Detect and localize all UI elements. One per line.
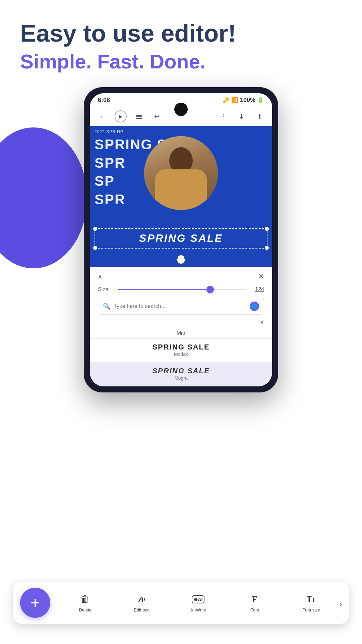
current-font-label: Mitr bbox=[90, 327, 272, 338]
rotate-line bbox=[181, 245, 181, 255]
person-image bbox=[144, 136, 218, 210]
font-panel: ∧ ✕ Size 124 🔍 🌐 bbox=[90, 267, 272, 386]
font-dropdown[interactable]: ∨ bbox=[90, 318, 272, 327]
wifi-icon: 📶 bbox=[231, 97, 238, 103]
panel-toggle-row: ∧ ✕ bbox=[90, 267, 272, 286]
font-name-mogra: Mogra bbox=[98, 375, 264, 381]
svg-rect-2 bbox=[136, 118, 142, 119]
bottom-tools-row: 🗑 Delete AI Edit text ⊕AI AI-Write F Fon… bbox=[57, 592, 342, 614]
undo-button[interactable]: ↩ bbox=[151, 110, 163, 122]
phone-wrapper: 6:08 🔑 📶 100% 🔋 ← ▶ bbox=[34, 87, 328, 392]
fab-plus-icon: + bbox=[31, 595, 40, 611]
corner-handle-bl[interactable] bbox=[93, 246, 97, 250]
font-list: SPRING SALE Modak SPRING SALE Mogra bbox=[90, 338, 272, 386]
ai-write-icon: ⊕AI bbox=[192, 593, 204, 605]
main-subtitle: Simple. Fast. Done. bbox=[20, 50, 236, 73]
rotate-icon[interactable] bbox=[176, 255, 186, 265]
font-item-mogra[interactable]: SPRING SALE Mogra bbox=[90, 363, 272, 386]
tool-edit-text[interactable]: AI Edit text bbox=[114, 592, 170, 614]
bottom-action-bar: + 🗑 Delete AI Edit text ⊕AI AI-Write F F… bbox=[13, 582, 349, 624]
bottom-bar-inner: + 🗑 Delete AI Edit text ⊕AI AI-Write F F… bbox=[13, 582, 349, 624]
font-preview-mogra: SPRING SALE bbox=[98, 367, 264, 375]
font-search-input[interactable] bbox=[114, 303, 246, 309]
slider-thumb[interactable] bbox=[206, 286, 214, 293]
tool-font[interactable]: F Font bbox=[227, 592, 283, 614]
year-label: 2022 SPRING bbox=[95, 129, 267, 134]
back-button[interactable]: ← bbox=[97, 110, 109, 122]
more-tools-arrow[interactable]: › bbox=[340, 600, 342, 609]
svg-rect-0 bbox=[136, 115, 142, 116]
tool-ai-write[interactable]: ⊕AI AI-Write bbox=[170, 592, 227, 614]
font-search-row: 🔍 🌐 bbox=[98, 298, 264, 315]
phone-screen: 6:08 🔑 📶 100% 🔋 ← ▶ bbox=[90, 93, 272, 386]
panel-close-button[interactable]: ✕ bbox=[258, 272, 264, 281]
size-label: Size bbox=[98, 286, 113, 292]
size-slider-row: Size 124 bbox=[90, 286, 272, 298]
tool-delete[interactable]: 🗑 Delete bbox=[57, 592, 114, 614]
size-value: 124 bbox=[251, 286, 264, 292]
tool-font-size[interactable]: T↕ Font size bbox=[283, 592, 340, 614]
slider-fill bbox=[118, 289, 210, 290]
layers-button[interactable] bbox=[133, 110, 145, 122]
selected-text-box[interactable]: SPRING SALE bbox=[95, 228, 267, 249]
font-item-modak[interactable]: SPRING SALE Modak bbox=[90, 339, 272, 363]
font-preview-modak: SPRING SALE bbox=[98, 343, 264, 352]
font-size-icon: T↕ bbox=[307, 593, 316, 605]
chevron-down-icon: ∨ bbox=[260, 318, 264, 325]
font-name-modak: Modak bbox=[98, 352, 264, 357]
download-button[interactable]: ⬇ bbox=[235, 110, 247, 122]
search-icon: 🔍 bbox=[103, 303, 110, 310]
delete-label: Delete bbox=[79, 607, 92, 612]
ai-write-label: AI-Write bbox=[190, 607, 206, 612]
phone-mockup: 6:08 🔑 📶 100% 🔋 ← ▶ bbox=[84, 87, 278, 392]
more-options-button[interactable]: ⋮ bbox=[217, 110, 229, 122]
svg-rect-1 bbox=[136, 116, 142, 117]
corner-handle-br[interactable] bbox=[265, 246, 269, 250]
key-icon: 🔑 bbox=[223, 97, 229, 103]
person-body bbox=[155, 169, 207, 210]
play-button[interactable]: ▶ bbox=[115, 110, 127, 122]
edit-text-label: Edit text bbox=[134, 607, 149, 612]
portrait-circle bbox=[144, 136, 218, 210]
battery-icon: 🔋 bbox=[257, 97, 264, 103]
globe-icon[interactable]: 🌐 bbox=[250, 302, 259, 311]
header-section: Easy to use editor! Simple. Fast. Done. bbox=[20, 20, 236, 73]
share-button[interactable]: ⬆ bbox=[253, 110, 265, 122]
font-icon: F bbox=[252, 593, 257, 605]
corner-handle-tr[interactable] bbox=[265, 227, 269, 231]
camera-notch bbox=[174, 103, 188, 116]
fab-add-button[interactable]: + bbox=[20, 588, 50, 618]
edit-text-icon: AI bbox=[138, 593, 145, 605]
font-label: Font bbox=[250, 607, 259, 612]
panel-chevron-up[interactable]: ∧ bbox=[98, 273, 102, 280]
design-canvas[interactable]: 2022 SPRING SPRING SALE SPR ALE SP LE SP… bbox=[90, 126, 272, 267]
selected-text-content: SPRING SALE bbox=[139, 232, 223, 245]
font-size-label: Font size bbox=[302, 607, 320, 612]
status-time: 6:08 bbox=[98, 97, 110, 104]
size-slider-track[interactable] bbox=[118, 289, 246, 290]
status-icons: 🔑 📶 100% 🔋 bbox=[223, 97, 264, 104]
rotate-handle[interactable] bbox=[176, 245, 186, 265]
battery-level: 100% bbox=[240, 97, 255, 104]
main-title: Easy to use editor! bbox=[20, 20, 236, 47]
delete-icon: 🗑 bbox=[80, 593, 90, 605]
corner-handle-tl[interactable] bbox=[93, 227, 97, 231]
